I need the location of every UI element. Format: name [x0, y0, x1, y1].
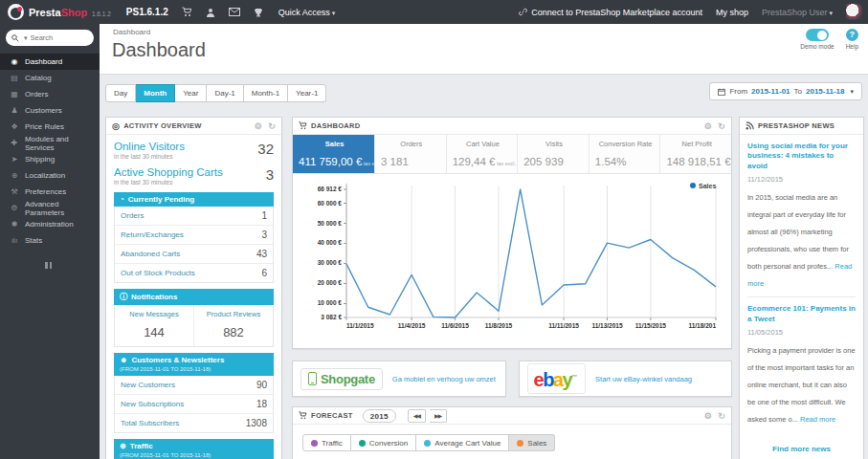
- avatar[interactable]: [846, 4, 862, 20]
- sidebar-search[interactable]: ▾: [6, 30, 94, 46]
- search-input[interactable]: [31, 33, 82, 42]
- help-control[interactable]: ? Help: [846, 29, 858, 50]
- notification-cell: Product Reviews882: [193, 305, 273, 346]
- quick-access-menu[interactable]: Quick Access▾: [278, 8, 336, 17]
- sidebar-collapse-button[interactable]: [45, 262, 55, 269]
- kpi-tab-conversion-rate[interactable]: Conversion Rate1.54%: [590, 135, 661, 173]
- ebay-link[interactable]: Start uw eBay-winkel vandaag: [595, 375, 692, 383]
- refresh-icon[interactable]: ↻: [718, 121, 725, 131]
- forecast-legend-average-cart-value[interactable]: Average Cart Value: [416, 434, 509, 451]
- kpi-label: Orders: [381, 140, 442, 148]
- date-range-picker[interactable]: From2015-11-01 To2015-11-18 ▾: [709, 82, 862, 100]
- kpi-tab-net-profit[interactable]: Net Profit148 918,51 € tax ex: [660, 135, 731, 173]
- gear-icon[interactable]: ⚙: [255, 121, 262, 131]
- refresh-icon[interactable]: ↻: [718, 411, 725, 421]
- notification-label[interactable]: New Messages: [117, 310, 191, 318]
- breadcrumb[interactable]: Dashboard: [100, 24, 868, 36]
- range-button-month-1[interactable]: Month-1: [244, 84, 288, 102]
- pending-label[interactable]: Out of Stock Products: [121, 269, 195, 277]
- shopgate-banner[interactable]: Shopgate Ga mobiel en verhoog uw omzet: [292, 361, 506, 397]
- customers-value: 1308: [246, 418, 267, 428]
- preferences-icon: ⚒: [10, 187, 19, 196]
- pending-label[interactable]: Orders: [121, 211, 144, 220]
- person-icon: ☻: [120, 356, 127, 364]
- svg-text:10 000 €: 10 000 €: [318, 299, 343, 306]
- pending-label[interactable]: Abandoned Carts: [121, 250, 180, 258]
- marketplace-link[interactable]: Connect to PrestaShop Marketplace accoun…: [519, 8, 702, 17]
- currently-pending-header: ◔ Currently Pending: [114, 192, 274, 207]
- demo-mode-label: Demo mode: [800, 43, 834, 50]
- sidebar-item-catalog[interactable]: ▤Catalog: [0, 70, 100, 86]
- sidebar-item-orders[interactable]: ▦Orders: [0, 86, 100, 102]
- range-button-day[interactable]: Day: [105, 84, 136, 102]
- sidebar: ▾ ◉Dashboard▤Catalog▦Orders♟Customers❖Pr…: [0, 24, 100, 459]
- sidebar-item-advanced-parameters[interactable]: ⚙Advanced Parameters: [0, 200, 100, 216]
- my-shop-link[interactable]: My shop: [716, 8, 748, 17]
- customers-icon[interactable]: [206, 8, 215, 17]
- svg-text:11/18/201: 11/18/201: [688, 322, 716, 329]
- active-carts-label[interactable]: Active Shopping Carts: [114, 166, 274, 178]
- forecast-prev-button[interactable]: ◀◀: [408, 409, 426, 423]
- customers-label[interactable]: New Subscriptions: [121, 400, 184, 408]
- modules-and-services-icon: ✚: [10, 139, 19, 147]
- search-scope-caret-icon[interactable]: ▾: [24, 34, 28, 42]
- range-button-day-1[interactable]: Day-1: [207, 84, 243, 102]
- news-article-title[interactable]: Ecommerce 101: Payments in a Tweet: [747, 304, 856, 324]
- forecast-legend-sales[interactable]: Sales: [509, 434, 555, 451]
- help-icon[interactable]: ?: [846, 29, 858, 41]
- refresh-icon[interactable]: ↻: [268, 121, 276, 131]
- cart-icon: [299, 121, 307, 130]
- sidebar-item-customers[interactable]: ♟Customers: [0, 102, 100, 119]
- forecast-legend-traffic[interactable]: Traffic: [302, 434, 351, 451]
- user-menu[interactable]: PrestaShop User▾: [762, 8, 833, 17]
- trophy-icon[interactable]: [254, 8, 263, 17]
- ebay-banner[interactable]: ebay™ Start uw eBay-winkel vandaag: [519, 361, 733, 397]
- find-more-news-link[interactable]: Find more news: [740, 441, 863, 459]
- sidebar-item-modules-and-services[interactable]: ✚Modules and Services: [0, 135, 100, 151]
- page-title: Dashboard: [100, 36, 868, 61]
- demo-mode-control[interactable]: Demo mode: [800, 29, 834, 50]
- messages-icon[interactable]: [229, 8, 240, 16]
- demo-mode-toggle[interactable]: [806, 29, 829, 41]
- svg-text:50 000 €: 50 000 €: [318, 220, 343, 227]
- range-button-year[interactable]: Year: [175, 84, 207, 102]
- svg-text:66 912 €: 66 912 €: [318, 186, 343, 192]
- sidebar-item-localization[interactable]: ⊕Localization: [0, 167, 100, 184]
- sidebar-item-price-rules[interactable]: ❖Price Rules: [0, 119, 100, 135]
- sidebar-item-shipping[interactable]: ➤Shipping: [0, 151, 100, 167]
- clock-icon: ◔: [120, 195, 124, 204]
- prestashop-logo[interactable]: PrestaShop 1.6.1.2: [0, 4, 119, 20]
- shopgate-link[interactable]: Ga mobiel en verhoog uw omzet: [392, 375, 496, 383]
- svg-text:3 082 €: 3 082 €: [321, 314, 342, 320]
- content-area: DayMonthYearDay-1Month-1Year-1 From2015-…: [100, 75, 868, 459]
- kpi-tab-orders[interactable]: Orders3 181: [375, 135, 447, 173]
- sidebar-item-stats[interactable]: ılıStats: [0, 232, 100, 249]
- news-article: Using social media for your business: 4 …: [747, 142, 856, 297]
- gear-icon[interactable]: ⚙: [704, 411, 712, 421]
- forecast-legend-conversion[interactable]: Conversion: [351, 434, 416, 451]
- customers-label[interactable]: Total Subscribers: [121, 419, 179, 427]
- customers-label[interactable]: New Customers: [121, 381, 175, 389]
- kpi-tab-sales[interactable]: Sales411 759,00 € tax excl.: [293, 135, 375, 173]
- phone-icon: [308, 372, 317, 385]
- gear-icon[interactable]: ⚙: [704, 121, 712, 131]
- stats-icon: ılı: [10, 236, 19, 245]
- range-button-year-1[interactable]: Year-1: [288, 84, 326, 102]
- online-visitors-label[interactable]: Online Visitors: [114, 141, 274, 152]
- range-button-month[interactable]: Month: [136, 84, 175, 102]
- legend-label: Sales: [527, 439, 546, 448]
- sidebar-item-label: Customers: [25, 106, 62, 115]
- sidebar-item-preferences[interactable]: ⚒Preferences: [0, 184, 100, 200]
- sidebar-item-administration[interactable]: ✱Administration: [0, 216, 100, 232]
- kpi-tab-visits[interactable]: Visits205 939: [518, 135, 590, 173]
- forecast-next-button[interactable]: ▶▶: [430, 409, 447, 423]
- kpi-tab-cart-value[interactable]: Cart Value129,44 € tax excl.: [447, 135, 519, 173]
- legend-label: Conversion: [369, 439, 408, 448]
- news-article-title[interactable]: Using social media for your business: 4 …: [747, 142, 856, 171]
- notifications-grid: New Messages144Product Reviews882: [114, 305, 274, 347]
- notification-label[interactable]: Product Reviews: [196, 310, 271, 318]
- cart-icon[interactable]: [182, 7, 192, 17]
- read-more-link[interactable]: Read more: [800, 415, 835, 424]
- pending-label[interactable]: Return/Exchanges: [121, 230, 184, 239]
- sidebar-item-dashboard[interactable]: ◉Dashboard: [0, 54, 100, 70]
